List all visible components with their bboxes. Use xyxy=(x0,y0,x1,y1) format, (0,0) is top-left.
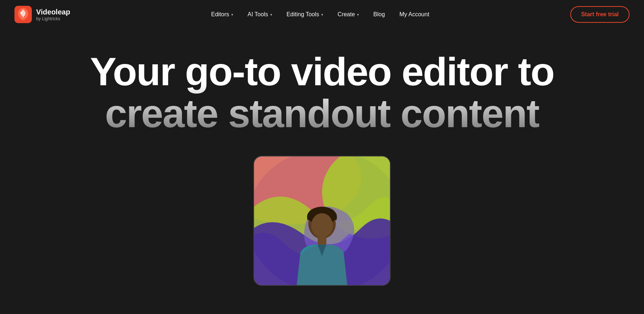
nav-menu: Editors ▾ AI Tools ▾ Editing Tools ▾ Cre… xyxy=(205,8,435,21)
chevron-down-icon: ▾ xyxy=(321,13,323,17)
nav-editors[interactable]: Editors ▾ xyxy=(205,8,239,21)
nav-right: Start free trial xyxy=(570,6,630,23)
video-card-container xyxy=(0,156,644,286)
start-trial-button[interactable]: Start free trial xyxy=(570,6,630,23)
chevron-down-icon: ▾ xyxy=(357,13,359,17)
svg-rect-9 xyxy=(318,237,326,245)
logo-link[interactable]: Videoleap by Lightricks xyxy=(14,6,70,23)
svg-point-8 xyxy=(311,213,333,238)
hero-title: Your go-to video editor to create stando… xyxy=(76,51,568,134)
nav-editing-tools[interactable]: Editing Tools ▾ xyxy=(281,8,329,21)
hero-section: Your go-to video editor to create stando… xyxy=(0,29,644,286)
brand-name: Videoleap xyxy=(36,8,70,16)
navbar: Videoleap by Lightricks Editors ▾ AI Too… xyxy=(0,0,644,29)
brand-subtitle: by Lightricks xyxy=(36,16,70,21)
nav-my-account[interactable]: My Account xyxy=(394,8,435,21)
nav-create[interactable]: Create ▾ xyxy=(332,8,365,21)
svg-point-1 xyxy=(20,12,22,14)
video-card-person xyxy=(286,206,358,285)
nav-ai-tools[interactable]: AI Tools ▾ xyxy=(242,8,278,21)
logo-icon xyxy=(14,6,32,23)
chevron-down-icon: ▾ xyxy=(231,13,233,17)
video-card xyxy=(253,156,391,286)
nav-blog[interactable]: Blog xyxy=(368,8,391,21)
chevron-down-icon: ▾ xyxy=(270,13,272,17)
